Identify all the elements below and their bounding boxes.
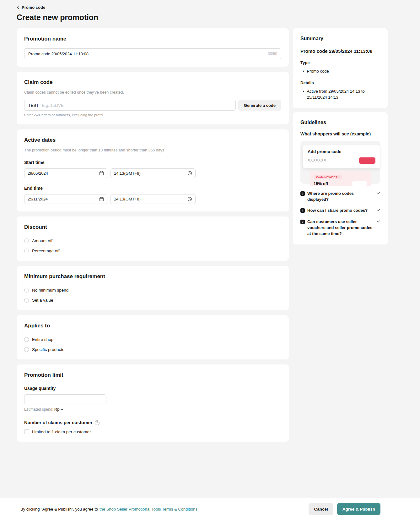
back-chevron-icon (17, 5, 19, 9)
minimum-purchase-card: Minimum purchase requirement No minimum … (17, 266, 289, 310)
example-code-badge: Code NEWDEAL (314, 175, 342, 179)
end-date-picker[interactable]: 25/11/2024 (24, 194, 107, 204)
help-circle-icon[interactable] (95, 420, 100, 425)
estimated-spend-value: Rp -- (54, 407, 63, 412)
end-time-picker[interactable]: 14:13(GMT+8) (110, 194, 196, 204)
example-code-input: XXXXXXX (308, 158, 353, 164)
active-dates-title: Active dates (24, 137, 281, 143)
summary-details-value: Active from 29/05/2024 14:13 to 25/11/20… (300, 89, 380, 101)
radio-percentage-off[interactable]: Percentage off (24, 249, 60, 253)
example-add-promo-label: Add promo code (308, 149, 375, 154)
summary-type-label: Type (300, 60, 380, 65)
radio-label: Amount off (32, 238, 52, 243)
radio-label: Percentage off (32, 249, 60, 253)
calendar-icon (99, 171, 104, 176)
promotion-name-title: Promotion name (24, 36, 281, 42)
summary-title: Summary (300, 36, 380, 41)
start-date-value: 29/05/2024 (28, 171, 48, 176)
discount-title: Discount (24, 224, 281, 230)
clock-icon (187, 197, 192, 201)
faq-question-icon (300, 191, 305, 196)
summary-details-label: Details (300, 80, 380, 85)
claim-code-field[interactable]: TEST (24, 100, 236, 111)
guidelines-card: Guidelines What shoppers will see (examp… (293, 112, 388, 244)
promotion-limit-card: Promotion limit Usage quantity Estimated… (17, 364, 289, 442)
example-claim-pill (352, 181, 367, 186)
checkbox-label: Limited to 1 claim per customer (32, 430, 91, 434)
back-label: Promo code (22, 5, 45, 10)
promotion-name-input[interactable] (28, 52, 268, 56)
promotion-name-field[interactable]: 30/50 (24, 48, 281, 59)
terms-link[interactable]: the Shop Seller Promotional Tools Terms … (100, 507, 197, 512)
example-discount-text: 15% off (314, 181, 328, 186)
example-apply-button (359, 157, 375, 164)
faq-question-icon (300, 220, 305, 224)
start-time-label: Start time (24, 160, 281, 165)
faq-question-icon (300, 208, 305, 213)
radio-label: Set a value (32, 298, 53, 303)
faq-question-text: How can I share promo codes? (307, 208, 374, 214)
usage-quantity-field[interactable] (24, 394, 106, 404)
back-button[interactable]: Promo code (17, 5, 45, 10)
agreement-prefix: By clicking "Agree & Publish", you agree… (20, 507, 98, 512)
agreement-text: By clicking "Agree & Publish", you agree… (20, 507, 197, 512)
faq-where-displayed[interactable]: Where are promo codes displayed? (300, 191, 380, 203)
promotion-limit-title: Promotion limit (24, 372, 281, 378)
checkbox-icon[interactable] (24, 429, 29, 434)
end-time-label: End time (24, 186, 281, 191)
claim-code-description: Claim codes cannot be edited once they'v… (24, 90, 281, 95)
cancel-button[interactable]: Cancel (309, 503, 333, 515)
radio-icon[interactable] (24, 298, 29, 303)
estimated-spend: Estimated spend: Rp -- (24, 407, 281, 412)
claim-code-card: Claim code Claim codes cannot be edited … (17, 72, 289, 124)
usage-quantity-input[interactable] (28, 397, 102, 402)
faq-how-share[interactable]: How can I share promo codes? (300, 208, 380, 214)
faq-vouchers-and-codes[interactable]: Can customers use seller vouchers and se… (300, 219, 380, 237)
claim-code-input[interactable] (42, 103, 232, 108)
applies-to-card: Applies to Entire shop Specific products (17, 315, 289, 359)
chevron-down-icon[interactable] (376, 192, 380, 194)
radio-label: No minimum spend (32, 288, 68, 293)
radio-icon[interactable] (24, 238, 29, 243)
page-header: Promo code Create new promotion (0, 0, 420, 22)
radio-entire-shop[interactable]: Entire shop (24, 337, 53, 342)
start-time-value: 14:13(GMT+8) (114, 171, 141, 176)
example-voucher: Code NEWDEAL 15% off (310, 171, 371, 186)
clock-icon (187, 171, 192, 176)
summary-promotion-name: Promo code 29/05/2024 11:13:08 (300, 48, 380, 54)
radio-no-minimum-spend[interactable]: No minimum spend (24, 288, 68, 293)
promotion-name-card: Promotion name 30/50 (17, 28, 289, 67)
active-dates-description: The promotion period must be longer than… (24, 148, 281, 152)
radio-amount-off[interactable]: Amount off (24, 238, 52, 243)
start-date-picker[interactable]: 29/05/2024 (24, 168, 107, 178)
example-add-promo-card: Add promo code XXXXXXX (303, 145, 380, 168)
radio-icon[interactable] (24, 337, 29, 342)
radio-specific-products[interactable]: Specific products (24, 347, 64, 352)
chevron-down-icon[interactable] (376, 209, 380, 211)
radio-label: Entire shop (32, 337, 53, 342)
usage-quantity-label: Usage quantity (24, 386, 281, 391)
chevron-down-icon[interactable] (376, 220, 380, 223)
summary-card: Summary Promo code 29/05/2024 11:13:08 T… (293, 28, 388, 108)
agree-publish-button[interactable]: Agree & Publish (337, 503, 380, 515)
radio-icon[interactable] (24, 249, 29, 253)
claim-code-prefix: TEST (28, 103, 39, 108)
start-time-picker[interactable]: 14:13(GMT+8) (110, 168, 196, 178)
footer-bar: By clicking "Agree & Publish", you agree… (0, 498, 420, 520)
summary-type-value: Promo code (300, 68, 380, 74)
discount-card: Discount Amount off Percentage off (17, 216, 289, 261)
end-time-value: 14:13(GMT+8) (114, 197, 141, 201)
radio-set-a-value[interactable]: Set a value (24, 298, 53, 303)
faq-question-text: Can customers use seller vouchers and se… (307, 219, 374, 237)
generate-code-button[interactable]: Generate a code (238, 100, 281, 111)
radio-icon[interactable] (24, 288, 29, 293)
calendar-icon (99, 197, 104, 201)
minimum-purchase-title: Minimum purchase requirement (24, 273, 281, 280)
claims-per-customer-label: Number of claims per customer (24, 420, 93, 425)
guidelines-title: Guidelines (300, 120, 380, 125)
active-dates-card: Active dates The promotion period must b… (17, 129, 289, 211)
end-date-value: 25/11/2024 (28, 197, 48, 201)
limit-one-claim-checkbox-row[interactable]: Limited to 1 claim per customer (24, 429, 91, 434)
radio-icon[interactable] (24, 347, 29, 352)
page-title: Create new promotion (17, 13, 420, 22)
